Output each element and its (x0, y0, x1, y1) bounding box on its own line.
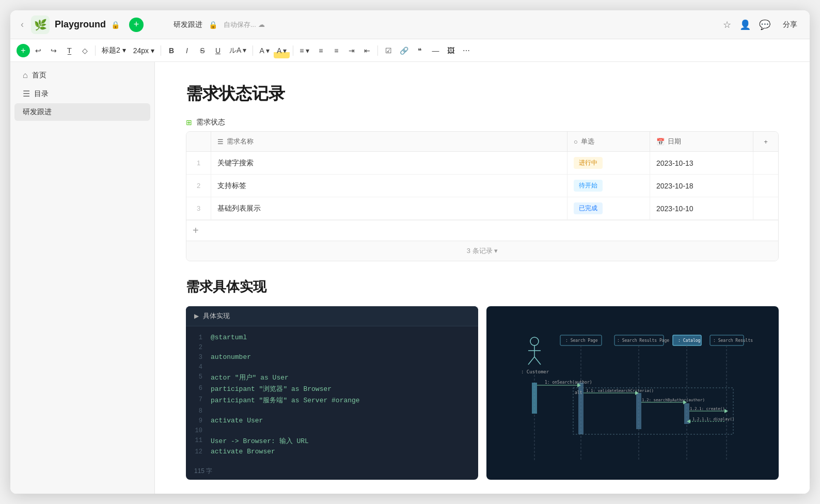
col-name-label: 需求名称 (227, 137, 254, 146)
row-status-1[interactable]: 进行中 (567, 152, 650, 174)
titlebar-center: 研发跟进 🔒 自动保存... ☁ (174, 20, 723, 29)
indent-button[interactable]: ⇥ (344, 43, 359, 58)
italic-button[interactable]: I (180, 43, 194, 58)
page-title: 需求状态记录 (186, 83, 779, 105)
outdent-button[interactable]: ⇤ (360, 43, 374, 58)
row-status-3[interactable]: 已完成 (567, 197, 650, 219)
ruby-button[interactable]: ルA ▾ (226, 43, 249, 58)
db-col-date: 📅 日期 (650, 132, 753, 151)
database-table: ☰ 需求名称 ○ 单选 📅 日期 + (186, 131, 779, 261)
add-row-icon: + (193, 225, 199, 237)
image-button[interactable]: 🖼 (444, 43, 458, 58)
code-line-6: 6 participant "浏览器" as Browser (186, 383, 478, 395)
svg-text:1: onSearch(author): 1: onSearch(author) (545, 380, 592, 385)
titlebar-left: ‹ 🌿 Playground 🔒 + (19, 15, 174, 34)
sidebar-item-home[interactable]: ⌂ 首页 ··· (14, 67, 150, 84)
link-button[interactable]: 🔗 (397, 43, 412, 58)
hr-button[interactable]: — (428, 43, 443, 58)
app-window: ‹ 🌿 Playground 🔒 + 研发跟进 🔒 自动保存... ☁ ☆ 👤 … (10, 10, 810, 494)
comment-button[interactable]: 💬 (759, 19, 770, 30)
undo-button[interactable]: ↩ (31, 43, 45, 58)
code-line-7: 7 participant "服务端" as Server #orange (186, 395, 478, 406)
svg-text:: Search Page: : Search Page (565, 338, 598, 343)
font-color-button[interactable]: A ▾ (256, 43, 272, 58)
row-name-2[interactable]: 支持标签 (211, 175, 567, 197)
add-row-button[interactable]: + (186, 220, 778, 241)
db-col-name: ☰ 需求名称 (211, 132, 567, 151)
row-date-3[interactable]: 2023-10-10 (650, 197, 753, 219)
sidebar-devtrack-label: 研发跟进 (23, 107, 142, 117)
code-block-title: 具体实现 (203, 311, 230, 321)
sequence-diagram: : Customer : Search Page : Search (486, 326, 779, 460)
sidebar-catalog-label: 目录 (34, 89, 131, 99)
row-status-2[interactable]: 待开始 (567, 175, 650, 197)
toolbar-sep-4 (293, 45, 293, 56)
db-block-header: ⊞ 需求状态 (186, 118, 779, 127)
row-name-3[interactable]: 基础列表展示 (211, 197, 567, 219)
row-extra-1 (753, 152, 778, 174)
sidebar-item-catalog[interactable]: ☰ 目录 ☰ (14, 85, 150, 103)
code-line-1: 1 @startuml (186, 333, 478, 342)
sidebar-item-devtrack[interactable]: 研发跟进 (14, 103, 150, 121)
lock-icon: 🔒 (111, 21, 120, 29)
table-row: 3 基础列表展示 已完成 2023-10-10 (186, 197, 778, 220)
status-badge-3: 已完成 (574, 202, 603, 214)
svg-text:: Customer: : Customer (521, 369, 549, 374)
db-col-rownum (186, 132, 211, 151)
highlight-button[interactable]: A ▾ (274, 43, 290, 58)
code-line-2: 2 (186, 342, 478, 352)
strikethrough-button[interactable]: S (195, 43, 210, 58)
titlebar-right: ☆ 👤 💬 分享 (723, 18, 801, 32)
content-area: 需求状态记录 ⊞ 需求状态 ☰ 需求名称 ○ (155, 62, 810, 494)
row-num-2: 2 (186, 175, 211, 197)
bold-button[interactable]: B (164, 43, 179, 58)
row-date-1[interactable]: 2023-10-13 (650, 152, 753, 174)
heading-select[interactable]: 标题2 ▾ (99, 43, 129, 58)
align-button[interactable]: ≡ ▾ (296, 43, 312, 58)
doc-breadcrumb: 研发跟进 (174, 20, 202, 29)
format-button[interactable]: T̲ (62, 43, 76, 58)
back-button[interactable]: ‹ (19, 17, 26, 32)
code-line-9: 9 activate User (186, 416, 478, 426)
ordered-list-button[interactable]: ≡ (329, 43, 343, 58)
db-footer[interactable]: 3 条记录 ▾ (186, 241, 778, 261)
collapse-button[interactable]: ▶ (194, 312, 199, 320)
code-line-11: 11 User -> Browser: 输入 URL (186, 435, 478, 447)
redo-button[interactable]: ↪ (46, 43, 61, 58)
underline-button[interactable]: U (211, 43, 225, 58)
code-line-10: 10 (186, 426, 478, 435)
toolbar-add-button[interactable]: + (17, 44, 30, 57)
code-line-4: 4 (186, 362, 478, 372)
code-block: ▶ 具体实现 1 @startuml 2 3 (186, 306, 478, 480)
db-col-add[interactable]: + (753, 132, 778, 151)
code-line-8: 8 (186, 406, 478, 416)
share-button[interactable]: 分享 (779, 18, 801, 32)
col-date-icon: 📅 (656, 138, 665, 146)
main-layout: ⌂ 首页 ··· ☰ 目录 ☰ 研发跟进 需求状态记录 ⊞ 需求状态 (10, 62, 810, 494)
home-icon: ⌂ (23, 71, 28, 80)
svg-text:: Catalog: : Catalog (678, 338, 701, 343)
user-button[interactable]: 👤 (739, 19, 751, 30)
checkbox-button[interactable]: ☑ (381, 43, 396, 58)
add-page-button[interactable]: + (129, 18, 144, 32)
app-icon: 🌿 (31, 15, 50, 34)
row-num-3: 3 (186, 197, 211, 219)
svg-rect-22 (636, 393, 641, 429)
toolbar-sep-2 (161, 45, 161, 56)
bullet-list-button[interactable]: ≡ (313, 43, 328, 58)
status-badge-1: 进行中 (574, 157, 603, 169)
add-col-icon[interactable]: + (764, 138, 768, 146)
svg-text:alt: alt (575, 390, 582, 395)
code-block-header: ▶ 具体实现 (186, 306, 478, 326)
row-name-1[interactable]: 关键字搜索 (211, 152, 567, 174)
quote-button[interactable]: ❝ (413, 43, 427, 58)
font-size-select[interactable]: 24px ▾ (130, 43, 157, 58)
clear-format-button[interactable]: ◇ (77, 43, 92, 58)
code-line-3: 3 autonumber (186, 352, 478, 362)
code-line-5: 5 actor "用户" as User (186, 372, 478, 383)
star-button[interactable]: ☆ (723, 19, 731, 30)
autosave-status: 自动保存... ☁ (224, 20, 265, 29)
more-tools-button[interactable]: ⋯ (459, 43, 474, 58)
row-date-2[interactable]: 2023-10-18 (650, 175, 753, 197)
diagram-block: : Customer : Search Page : Search (486, 306, 779, 480)
